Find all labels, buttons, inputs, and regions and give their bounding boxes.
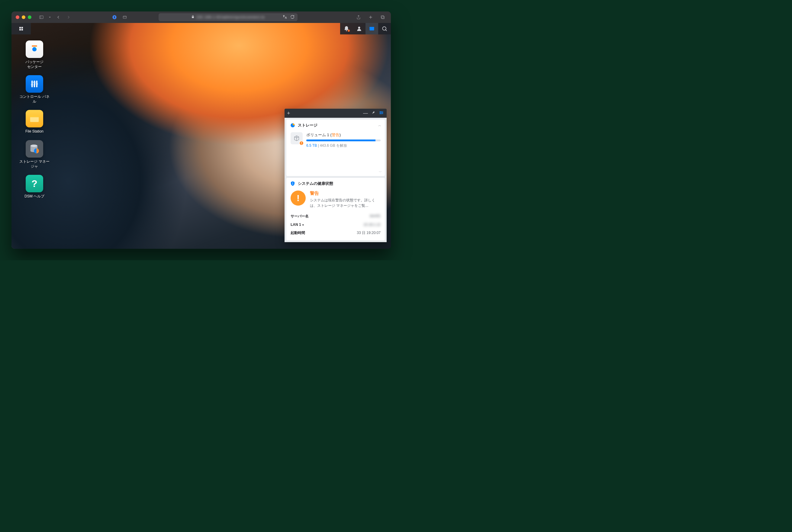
info-row-server-name: サーバー名 dsm01	[290, 212, 381, 221]
desktop-icon-label: コントロール パネル	[19, 95, 50, 104]
desktop-icon-package-center[interactable]: パッケージセンター	[19, 40, 50, 69]
health-status: 警告	[310, 191, 381, 196]
tab-dropdown-icon[interactable]	[48, 14, 52, 21]
tabs-overview-icon[interactable]	[379, 14, 386, 21]
svg-rect-30	[293, 183, 293, 185]
search-button[interactable]	[378, 23, 391, 34]
desktop-icon-label: DSM ヘルプ	[24, 194, 44, 199]
browser-titlebar: 192.168.1.92/admin/quickconnect.to	[12, 12, 391, 23]
volume-name: ボリューム 1 (警告)	[306, 132, 381, 138]
warning-badge-icon: !	[299, 141, 304, 146]
file-station-icon	[26, 110, 43, 128]
svg-rect-26	[380, 112, 382, 113]
health-message: システムは現在警告の状態です。詳しくは、ストレージ マネージャをご覧...	[310, 197, 381, 208]
health-widget-title: システムの健康状態	[298, 181, 333, 186]
warning-icon: !	[290, 191, 306, 206]
reader-icon[interactable]	[121, 14, 129, 21]
reload-icon[interactable]	[290, 15, 295, 20]
maximize-window-button[interactable]	[28, 15, 32, 19]
info-shield-icon	[290, 181, 296, 186]
svg-rect-6	[382, 16, 384, 19]
svg-rect-27	[380, 114, 382, 114]
lock-icon	[191, 15, 194, 19]
svg-point-13	[358, 26, 360, 29]
svg-rect-3	[114, 16, 115, 18]
health-widget: システムの健康状態 ! 警告 システムは現在警告の状態です。詳しくは、ストレージ…	[286, 178, 385, 240]
add-widget-button[interactable]: +	[287, 110, 290, 117]
desktop-icon-storage-manager[interactable]: ストレージ マネージャ	[19, 140, 50, 169]
svg-rect-0	[40, 16, 43, 18]
volume-usage-bar	[306, 139, 381, 141]
collapse-widget-button[interactable]	[378, 110, 384, 116]
desktop-icon-dsm-help[interactable]: ? DSM ヘルプ	[19, 175, 50, 199]
widget-title-row: ストレージ ︿	[286, 119, 385, 130]
widget-title-row: システムの健康状態	[286, 178, 385, 189]
widgets-button[interactable]	[365, 23, 378, 34]
svg-rect-11	[21, 29, 23, 31]
translate-icon[interactable]	[282, 15, 287, 20]
desktop-icon-label: File Station	[25, 129, 43, 134]
dsm-desktop: パッケージセンター コントロール パネル File Station ストレージ …	[12, 23, 391, 249]
traffic-lights	[16, 15, 32, 19]
chevron-down-icon[interactable]: ﹀	[379, 170, 382, 174]
chevron-down-icon: ▾	[302, 224, 304, 226]
svg-rect-10	[19, 29, 21, 31]
chevron-up-icon[interactable]: ︿	[378, 123, 381, 128]
sidebar-toggle-icon[interactable]	[37, 14, 45, 21]
svg-rect-8	[19, 27, 21, 28]
close-window-button[interactable]	[16, 15, 19, 19]
minimize-window-button[interactable]	[22, 15, 25, 19]
desktop-icon-label: パッケージセンター	[25, 60, 43, 69]
volume-usage-fill	[306, 139, 375, 141]
desktop-icon-file-station[interactable]: File Station	[19, 110, 50, 134]
dsm-help-icon: ?	[26, 175, 43, 192]
url-text: 192.168.1.92/admin/quickconnect.to	[196, 15, 265, 19]
widget-panel-header: + —	[285, 109, 386, 118]
browser-window: 192.168.1.92/admin/quickconnect.to	[12, 12, 391, 249]
back-button[interactable]	[54, 14, 62, 21]
address-bar[interactable]: 192.168.1.92/admin/quickconnect.to	[158, 13, 298, 21]
volume-stats: 6.5 TB | 443.6 GB を解放	[306, 143, 381, 148]
desktop-icon-control-panel[interactable]: コントロール パネル	[19, 75, 50, 104]
forward-button[interactable]	[64, 14, 73, 21]
pin-widget-button[interactable]	[370, 111, 376, 116]
svg-point-22	[36, 83, 38, 85]
package-center-icon	[26, 40, 43, 58]
widget-panel-body: ストレージ ︿ ! ボリューム 1 (警告)	[285, 118, 386, 242]
notifications-button[interactable]	[340, 23, 353, 34]
svg-rect-7	[381, 16, 384, 18]
minimize-widget-button[interactable]: —	[362, 111, 369, 116]
svg-rect-4	[123, 16, 127, 18]
notification-badge	[348, 30, 350, 32]
svg-point-20	[31, 84, 33, 86]
info-row-lan[interactable]: LAN 1 ▾ 10.18.1.12	[290, 221, 381, 229]
svg-point-21	[33, 81, 35, 83]
volume-icon: !	[290, 132, 303, 144]
user-menu-button[interactable]	[353, 23, 365, 34]
new-tab-icon[interactable]	[367, 14, 375, 21]
dsm-taskbar	[12, 23, 391, 34]
main-menu-button[interactable]	[12, 23, 31, 34]
info-row-uptime: 起動時間 33 日 19:20:07	[290, 229, 381, 237]
desktop-icon-label: ストレージ マネージャ	[19, 159, 50, 169]
svg-point-12	[346, 30, 347, 31]
storage-widget: ストレージ ︿ ! ボリューム 1 (警告)	[286, 119, 385, 176]
svg-rect-25	[380, 111, 382, 112]
svg-point-29	[293, 182, 293, 183]
widget-panel: + — ストレージ ︿	[285, 109, 386, 242]
storage-widget-title: ストレージ	[298, 122, 318, 128]
svg-rect-9	[21, 27, 23, 28]
volume-row[interactable]: ! ボリューム 1 (警告) 6.5 TB | 443.6 GB を解放	[286, 130, 385, 152]
svg-rect-15	[370, 27, 374, 28]
svg-point-23	[31, 145, 37, 147]
desktop-icons: パッケージセンター コントロール パネル File Station ストレージ …	[19, 40, 50, 199]
1password-icon[interactable]	[111, 14, 118, 21]
control-panel-icon	[26, 75, 43, 93]
svg-point-16	[382, 26, 386, 30]
pie-chart-icon	[290, 122, 296, 128]
share-icon[interactable]	[355, 14, 362, 21]
storage-manager-icon	[26, 140, 43, 158]
